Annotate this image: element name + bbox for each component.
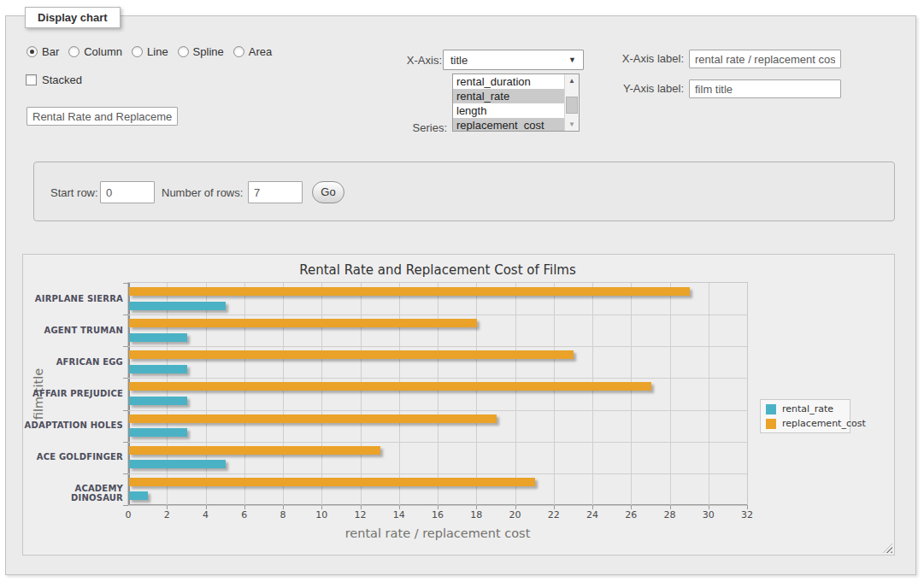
legend-swatch-rental_rate: [766, 404, 776, 414]
legend-item-replacement_cost: replacement_cost: [766, 418, 845, 429]
x-tick-label-10: 10: [309, 509, 334, 520]
x-tick-mark: [167, 505, 168, 509]
x-tick-mark: [321, 505, 322, 509]
x-tick-label-30: 30: [696, 509, 721, 520]
x-tick-mark: [283, 505, 284, 509]
fieldset-legend: Display chart: [25, 7, 121, 28]
x-tick-label-20: 20: [503, 509, 528, 520]
chart-panel: Rental Rate and Replacement Cost of Film…: [22, 254, 895, 556]
category-label-3: AFFAIR PREJUDICE: [23, 389, 123, 398]
gridline-v: [670, 283, 671, 505]
x-tick-label-26: 26: [618, 509, 644, 520]
radio-spline[interactable]: [178, 46, 189, 57]
category-label-4: ADAPTATION HOLES: [23, 420, 123, 430]
series-option-length[interactable]: length: [453, 103, 564, 118]
gridline-v: [476, 283, 477, 505]
category-label-5: ACE GOLDFINGER: [23, 452, 123, 461]
chart-type-group: BarColumnLineSplineArea: [26, 45, 272, 58]
plot-area: [128, 283, 747, 505]
gridline-v: [631, 283, 632, 505]
gridline-v: [592, 283, 593, 505]
x-axis-label-caption: X-Axis label:: [596, 52, 684, 65]
x-tick-label-14: 14: [386, 509, 412, 520]
radio-label-line[interactable]: Line: [147, 45, 168, 58]
radio-bar[interactable]: [26, 46, 38, 57]
x-tick-mark: [631, 505, 632, 509]
radio-label-spline[interactable]: Spline: [193, 45, 224, 58]
chevron-down-icon: ▼: [568, 56, 576, 64]
bar-replacement_cost-6: [129, 478, 535, 486]
x-tick-mark: [554, 505, 555, 509]
legend-swatch-replacement_cost: [766, 419, 776, 429]
bar-rental_rate-1: [129, 333, 187, 342]
series-option-rental_duration[interactable]: rental_duration: [453, 74, 564, 89]
x-tick-mark: [670, 505, 671, 509]
scroll-up-icon[interactable]: ▲: [565, 74, 579, 87]
y-tick-mark: [123, 378, 128, 379]
y-axis-label-caption: Y-Axis label:: [596, 82, 684, 95]
x-tick-mark: [206, 505, 207, 509]
y-tick-mark: [123, 442, 128, 443]
x-axis-label: X-Axis:: [382, 54, 442, 67]
scrollbar-thumb[interactable]: [566, 97, 578, 114]
go-button[interactable]: Go: [312, 181, 344, 203]
gridline-v: [321, 283, 322, 505]
radio-label-area[interactable]: Area: [249, 45, 272, 58]
x-tick-label-2: 2: [154, 509, 180, 520]
y-tick-mark: [123, 473, 128, 474]
stacked-label[interactable]: Stacked: [42, 73, 82, 86]
y-axis-line: [128, 283, 130, 505]
radio-column[interactable]: [68, 46, 79, 57]
gridline-h: [128, 346, 747, 347]
number-of-rows-input[interactable]: [248, 181, 303, 203]
chart-type-option-column: Column: [68, 45, 122, 58]
gridline-v: [554, 283, 555, 505]
gridline-v: [709, 283, 709, 505]
x-tick-label-4: 4: [193, 509, 219, 520]
x-tick-label-16: 16: [425, 509, 450, 520]
bar-replacement_cost-0: [129, 287, 690, 296]
scroll-down-icon[interactable]: ▼: [565, 118, 579, 131]
bar-rental_rate-0: [129, 302, 226, 310]
category-label-1: AGENT TRUMAN: [23, 326, 123, 335]
x-tick-label-0: 0: [115, 509, 141, 520]
start-row-label: Start row:: [50, 186, 98, 199]
series-multiselect[interactable]: rental_durationrental_ratelengthreplacem…: [452, 73, 580, 132]
y-tick-mark: [123, 410, 128, 411]
radio-line[interactable]: [132, 46, 143, 57]
category-label-6: ACADEMY DINOSAUR: [23, 484, 123, 503]
y-tick-mark: [123, 283, 128, 284]
x-tick-label-22: 22: [541, 509, 567, 520]
chart-title-input[interactable]: [26, 107, 178, 126]
radio-label-column[interactable]: Column: [84, 45, 122, 58]
gridline-h: [128, 473, 747, 474]
bar-rental_rate-3: [129, 397, 187, 405]
y-axis-label-input[interactable]: [689, 79, 841, 98]
gridline-h: [128, 315, 747, 315]
gridline-h: [128, 378, 747, 379]
y-tick-mark: [123, 315, 128, 315]
start-row-input[interactable]: [100, 181, 155, 203]
x-tick-mark: [244, 505, 245, 509]
gridline-h: [128, 410, 747, 411]
radio-label-bar[interactable]: Bar: [42, 45, 59, 58]
x-axis-label-input[interactable]: [689, 50, 841, 68]
series-option-replacement_cost[interactable]: replacement_cost: [453, 118, 564, 131]
x-axis-select[interactable]: title ▼: [443, 50, 584, 70]
y-tick-mark: [123, 505, 128, 506]
x-tick-label-32: 32: [734, 509, 760, 520]
stacked-checkbox[interactable]: [26, 74, 37, 85]
x-tick-mark: [515, 505, 516, 509]
display-chart-fieldset: Display chart BarColumnLineSplineArea St…: [5, 15, 916, 575]
category-label-0: AIRPLANE SIERRA: [23, 294, 123, 303]
chart-type-option-bar: Bar: [26, 45, 59, 58]
chart-resize-handle-icon[interactable]: [883, 544, 892, 553]
gridline-v: [206, 283, 207, 505]
series-option-rental_rate[interactable]: rental_rate: [453, 89, 564, 103]
x-axis-title: rental rate / replacement cost: [128, 526, 747, 540]
radio-area[interactable]: [233, 46, 244, 57]
series-scrollbar[interactable]: ▲ ▼: [564, 74, 579, 131]
x-tick-mark: [438, 505, 438, 509]
gridline-h: [128, 442, 747, 443]
chart-type-option-spline: Spline: [178, 45, 224, 58]
